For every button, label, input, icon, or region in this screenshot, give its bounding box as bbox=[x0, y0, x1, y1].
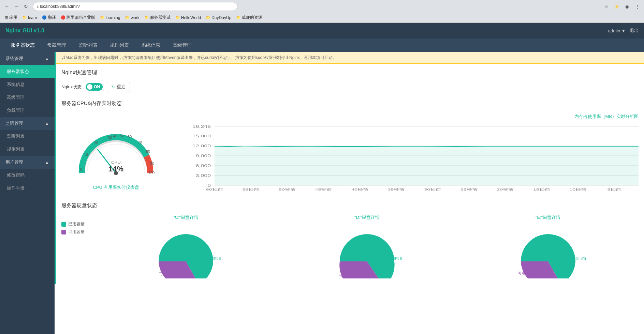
toggle-circle bbox=[87, 84, 92, 90]
app-container: Nginx-GUI v1.0 admin ▼ 退出 服务器状态 负载管理 监听列… bbox=[0, 23, 644, 334]
sidebar-user-chevron: ▲ bbox=[45, 160, 49, 165]
top-nav-right: admin ▼ 退出 bbox=[608, 28, 639, 34]
svg-text:30: 30 bbox=[108, 136, 112, 140]
disk-d-title: "D:"磁盘详情 bbox=[354, 214, 380, 221]
browser-actions: ☆ ⚡ ◉ ⋮ bbox=[602, 2, 641, 11]
sidebar-item-load[interactable]: 负载管理 bbox=[0, 104, 55, 117]
folder-icon-7: 📁 bbox=[236, 15, 241, 20]
bookmark-learn[interactable]: 📁 learn bbox=[20, 15, 39, 21]
svg-text:可用容量: 可用容量 bbox=[518, 271, 532, 275]
svg-text:40秒前: 40秒前 bbox=[351, 188, 368, 191]
sidebar-listen-chevron: ▲ bbox=[45, 121, 49, 126]
nginx-toggle[interactable]: ON bbox=[86, 83, 103, 91]
disk-charts-section: 已用容量 可用容量 "C:"磁盘详情 bbox=[61, 214, 639, 278]
folder-icon-3: 📁 bbox=[125, 15, 130, 20]
nav-load-manage[interactable]: 负载管理 bbox=[42, 40, 72, 50]
memory-chart-title: 内存占使用率（MB）实时分析图 bbox=[184, 113, 639, 120]
disk-e-group: "E:"磁盘详情 已用容量 可用容量 bbox=[457, 214, 639, 278]
legend-available-label: 可用容量 bbox=[68, 229, 85, 235]
sidebar-section-user[interactable]: 用户管理 ▲ bbox=[0, 156, 55, 169]
svg-text:55秒前: 55秒前 bbox=[242, 188, 259, 191]
disk-c-svg: 已用容量 可用容量 bbox=[148, 224, 223, 278]
main-layout: 系统管理 ▲ 服务器状态 系统信息 高级管理 负载管理 监听管理 ▲ 监听列表 … bbox=[0, 52, 644, 334]
restart-label: 重启 bbox=[117, 84, 126, 90]
content-inner: Nginx快速管理 Nginx状态 ON ↻ 重启 服务器CPU&内 bbox=[56, 64, 644, 284]
memory-chart-svg: 16,248 15,000 12,000 9,000 6,000 3,000 0 bbox=[184, 123, 639, 191]
gauge-container: 0 10 20 30 40 50 60 70 80 90 100 bbox=[61, 113, 171, 191]
bookmark-server-test[interactable]: 📁 服务器测试 bbox=[142, 14, 173, 21]
nav-listen-list[interactable]: 监听列表 bbox=[73, 40, 103, 50]
svg-text:14%: 14% bbox=[108, 165, 123, 173]
sidebar-user-label: 用户管理 bbox=[5, 159, 23, 165]
address-bar[interactable]: ℹ localhost:8889/admin/ bbox=[33, 2, 237, 11]
forward-button[interactable]: → bbox=[12, 2, 20, 11]
svg-text:30秒前: 30秒前 bbox=[424, 188, 441, 191]
nav-menu: 服务器状态 负载管理 监听列表 规则列表 系统信息 高级管理 bbox=[0, 39, 644, 52]
sidebar-section-system[interactable]: 系统管理 ▲ bbox=[0, 52, 55, 65]
app-title: Nginx-GUI v1.0 bbox=[5, 28, 44, 34]
bookmark-hello-world-label: HelloWorld bbox=[181, 15, 201, 20]
admin-label: admin bbox=[608, 28, 620, 33]
sidebar-item-advanced[interactable]: 高级管理 bbox=[0, 91, 55, 104]
sidebar-item-listen-list[interactable]: 监听列表 bbox=[0, 130, 55, 143]
profile-icon[interactable]: ◉ bbox=[623, 2, 631, 11]
svg-text:45秒前: 45秒前 bbox=[315, 188, 332, 191]
folder-icon-2: 📁 bbox=[100, 15, 105, 20]
admin-button[interactable]: admin ▼ bbox=[608, 28, 626, 33]
url-text: localhost:8889/admin/ bbox=[40, 4, 80, 9]
bookmark-work[interactable]: 📁 work bbox=[123, 15, 141, 21]
nav-advanced[interactable]: 高级管理 bbox=[167, 40, 197, 50]
sidebar-item-system-info[interactable]: 系统信息 bbox=[0, 78, 55, 91]
bookmark-server-test-label: 服务器测试 bbox=[150, 15, 171, 20]
nav-system-info[interactable]: 系统信息 bbox=[136, 40, 166, 50]
svg-text:90: 90 bbox=[150, 161, 154, 165]
star-icon[interactable]: ☆ bbox=[602, 2, 611, 11]
back-button[interactable]: ← bbox=[3, 2, 11, 11]
top-nav: Nginx-GUI v1.0 admin ▼ 退出 bbox=[0, 23, 644, 39]
disk-section-title: 服务器硬盘状态 bbox=[61, 202, 639, 209]
sidebar-item-manual[interactable]: 操作手册 bbox=[0, 182, 55, 195]
menu-icon[interactable]: ⋮ bbox=[633, 2, 641, 11]
nav-server-status[interactable]: 服务器状态 bbox=[5, 40, 40, 50]
svg-text:9,000: 9,000 bbox=[196, 154, 211, 158]
extension-icon[interactable]: ⚡ bbox=[613, 2, 621, 11]
bookmark-daydayup[interactable]: 📁 DayDayUp bbox=[204, 15, 233, 21]
sidebar-system-label: 系统管理 bbox=[5, 56, 23, 62]
translate-icon: 🔵 bbox=[42, 15, 47, 20]
sidebar-section-listen[interactable]: 监听管理 ▲ bbox=[0, 117, 55, 130]
nginx-status-label: Nginx状态 bbox=[61, 84, 82, 90]
bookmark-translate[interactable]: 🔵 翻译 bbox=[40, 14, 58, 21]
legend-used-label: 已用容量 bbox=[68, 221, 85, 227]
svg-marker-29 bbox=[215, 146, 639, 185]
cpu-section-title: 服务器CPU&内存实时动态 bbox=[61, 100, 639, 107]
sidebar-system-chevron: ▲ bbox=[45, 56, 49, 61]
svg-text:16,248: 16,248 bbox=[192, 125, 211, 128]
bookmarks-bar: ⊞ 应用 📁 learn 🔵 翻译 🔴 阿里邮箱企业版 📁 learning 📁… bbox=[0, 13, 644, 23]
apps-button[interactable]: ⊞ 应用 bbox=[3, 14, 19, 21]
disk-e-title: "E:"磁盘详情 bbox=[536, 214, 561, 221]
logout-button[interactable]: 退出 bbox=[630, 28, 639, 34]
svg-text:6,000: 6,000 bbox=[196, 164, 211, 168]
svg-text:可用容量: 可用容量 bbox=[159, 272, 173, 276]
sidebar-item-change-password[interactable]: 修改密码 bbox=[0, 169, 55, 182]
dropdown-icon: ▼ bbox=[621, 28, 626, 33]
sidebar-item-server-status[interactable]: 服务器状态 bbox=[0, 65, 55, 78]
disk-d-svg: 已用容量 可用容量 bbox=[330, 224, 405, 278]
svg-text:100: 100 bbox=[148, 171, 155, 175]
toggle-on-label: ON bbox=[94, 85, 100, 89]
bookmark-resources[interactable]: 📁 威廉的资源 bbox=[234, 14, 264, 21]
restart-button[interactable]: ↻ 重启 bbox=[107, 82, 130, 92]
restart-icon: ↻ bbox=[111, 85, 115, 90]
svg-text:0: 0 bbox=[207, 184, 211, 187]
sidebar-item-rule-list[interactable]: 规则列表 bbox=[0, 143, 55, 156]
browser-chrome: ← → ↻ ℹ localhost:8889/admin/ ☆ ⚡ ◉ ⋮ bbox=[0, 0, 644, 13]
disk-e-svg: 已用容量 可用容量 bbox=[511, 224, 586, 278]
reload-button[interactable]: ↻ bbox=[22, 2, 30, 11]
nginx-quick-title: Nginx快速管理 bbox=[61, 69, 639, 76]
bookmark-ali-mail[interactable]: 🔴 阿里邮箱企业版 bbox=[59, 14, 97, 21]
bookmark-hello-world[interactable]: 📁 HelloWorld bbox=[173, 15, 203, 21]
svg-text:50秒前: 50秒前 bbox=[279, 188, 296, 191]
svg-text:60秒前: 60秒前 bbox=[206, 188, 223, 191]
nav-rule-list[interactable]: 规则列表 bbox=[104, 40, 134, 50]
bookmark-learning[interactable]: 📁 learning bbox=[98, 15, 122, 21]
